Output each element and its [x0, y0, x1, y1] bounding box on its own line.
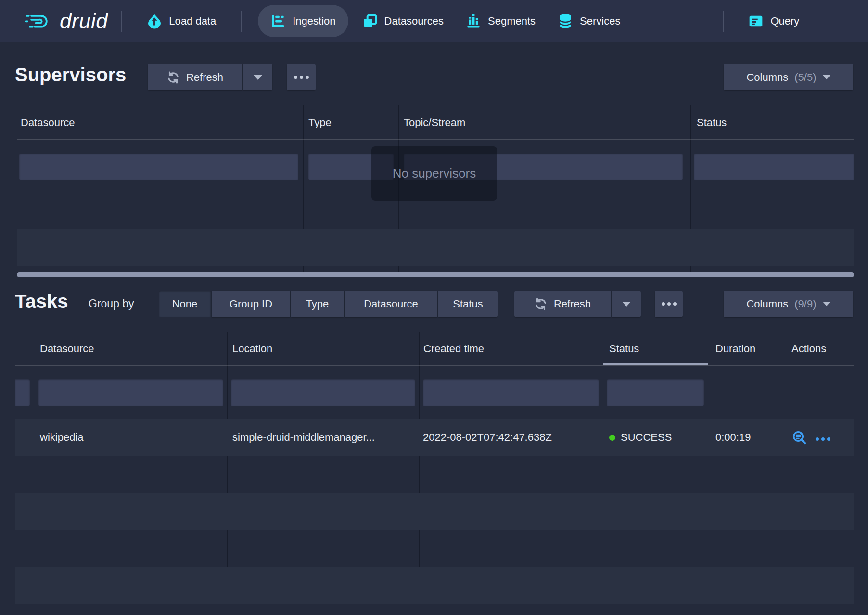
- nav-datasources[interactable]: Datasources: [351, 0, 455, 42]
- navbar-divider: [723, 11, 724, 32]
- group-by-datasource-button[interactable]: Datasource: [345, 291, 437, 317]
- cut-column-filter-input[interactable]: [15, 379, 30, 406]
- task-more-actions-icon[interactable]: [816, 431, 833, 444]
- col-header-datasource[interactable]: Datasource: [21, 105, 75, 140]
- nav-query[interactable]: Query: [737, 0, 810, 42]
- group-by-group-id-button[interactable]: Group ID: [212, 291, 290, 317]
- datasource-filter-input[interactable]: [38, 379, 223, 406]
- group-option-label: Status: [453, 298, 483, 310]
- empty-row: [15, 456, 854, 493]
- nav-ingestion-active[interactable]: Ingestion: [258, 5, 348, 37]
- col-header-topic-stream[interactable]: Topic/Stream: [404, 105, 465, 140]
- location-filter-input[interactable]: [231, 379, 415, 406]
- chevron-down-icon: [254, 75, 262, 80]
- supervisors-columns-button[interactable]: Columns (5/5): [724, 64, 853, 90]
- view-details-magnifier-icon[interactable]: [791, 430, 807, 445]
- tasks-filter-row: [15, 366, 854, 419]
- tasks-more-button[interactable]: [655, 291, 683, 317]
- nav-query-label: Query: [770, 15, 799, 27]
- navbar-divider: [241, 11, 242, 32]
- navbar-divider: [121, 11, 122, 32]
- group-option-label: Datasource: [364, 298, 418, 310]
- task-created-time-cell: 2022-08-02T07:42:47.638Z: [423, 419, 552, 456]
- empty-row: [17, 229, 854, 266]
- columns-count: (5/5): [794, 71, 816, 84]
- refresh-label: Refresh: [186, 71, 223, 84]
- task-row-wikipedia[interactable]: wikipedia simple-druid-middlemanager... …: [15, 419, 854, 456]
- status-sort-indicator: [603, 363, 708, 365]
- tasks-columns-button[interactable]: Columns (9/9): [724, 291, 853, 317]
- task-actions-cell: [791, 419, 833, 456]
- nav-segments[interactable]: Segments: [455, 0, 547, 42]
- status-filter-input[interactable]: [694, 154, 854, 180]
- tasks-header-row: Datasource Location Created time Status …: [15, 332, 854, 366]
- nav-segments-label: Segments: [488, 15, 536, 27]
- tasks-title: Tasks: [15, 291, 68, 312]
- supervisors-more-button[interactable]: [287, 64, 316, 90]
- columns-count: (9/9): [794, 298, 816, 310]
- more-icon: [294, 76, 309, 79]
- group-option-label: Type: [306, 298, 329, 310]
- supervisors-refresh-button[interactable]: Refresh: [148, 64, 242, 90]
- created-time-filter-input[interactable]: [423, 379, 599, 406]
- druid-logo[interactable]: druid: [23, 8, 108, 35]
- supervisors-table: Datasource Type Topic/Stream Status No s…: [17, 105, 854, 277]
- group-option-label: None: [172, 298, 198, 310]
- brand-name: druid: [60, 9, 108, 33]
- supervisors-horizontal-scrollbar[interactable]: [17, 272, 854, 277]
- task-duration-cell: 0:00:19: [715, 419, 751, 456]
- group-by-label: Group by: [89, 297, 134, 310]
- col-header-status[interactable]: Status: [697, 105, 727, 140]
- chevron-down-icon: [823, 302, 830, 306]
- supervisors-title: Supervisors: [15, 64, 126, 86]
- col-header-type[interactable]: Type: [308, 105, 332, 140]
- nav-ingestion-label: Ingestion: [293, 15, 335, 27]
- group-option-label: Group ID: [230, 298, 272, 310]
- group-by-none-button[interactable]: None: [159, 291, 211, 317]
- task-status-cell: SUCCESS: [609, 419, 672, 456]
- supervisors-refresh-dropdown[interactable]: [243, 64, 272, 90]
- refresh-label: Refresh: [554, 298, 591, 310]
- refresh-icon: [166, 71, 180, 84]
- success-status-dot-icon: [609, 435, 615, 441]
- col-header-location[interactable]: Location: [232, 332, 272, 366]
- no-supervisors-message: No supervisors: [393, 166, 476, 181]
- supervisors-header-row: Datasource Type Topic/Stream Status: [17, 105, 854, 140]
- load-data-icon: [147, 13, 162, 29]
- group-by-type-button[interactable]: Type: [291, 291, 344, 317]
- tasks-table: Datasource Location Created time Status …: [15, 332, 854, 604]
- col-header-duration[interactable]: Duration: [715, 332, 755, 366]
- task-location-cell: simple-druid-middlemanager...: [232, 419, 375, 456]
- columns-label: Columns: [746, 71, 788, 84]
- nav-datasources-label: Datasources: [384, 15, 444, 27]
- status-filter-input[interactable]: [607, 379, 704, 406]
- query-icon: [748, 13, 764, 29]
- tasks-refresh-dropdown[interactable]: [612, 291, 641, 317]
- nav-load-data-label: Load data: [169, 15, 216, 27]
- services-icon: [558, 13, 573, 29]
- columns-label: Columns: [746, 298, 788, 310]
- druid-logo-icon: [23, 8, 54, 35]
- task-datasource-cell: wikipedia: [40, 419, 84, 456]
- nav-load-data[interactable]: Load data: [136, 0, 227, 42]
- nav-services[interactable]: Services: [547, 0, 631, 42]
- datasources-icon: [362, 13, 378, 29]
- col-header-datasource[interactable]: Datasource: [40, 332, 94, 366]
- col-header-actions[interactable]: Actions: [791, 332, 826, 366]
- nav-services-label: Services: [580, 15, 620, 27]
- empty-row: [15, 493, 854, 530]
- col-header-created-time[interactable]: Created time: [423, 332, 484, 366]
- group-by-status-button[interactable]: Status: [438, 291, 498, 317]
- tasks-refresh-button[interactable]: Refresh: [514, 291, 611, 317]
- col-header-status-sorted[interactable]: Status: [609, 332, 639, 366]
- empty-row: [17, 266, 854, 272]
- more-icon: [662, 302, 677, 306]
- segments-icon: [466, 13, 481, 29]
- empty-row: [15, 567, 854, 604]
- chevron-down-icon: [622, 302, 631, 307]
- chevron-down-icon: [823, 75, 830, 79]
- datasource-filter-input[interactable]: [19, 154, 298, 180]
- no-supervisors-overlay: No supervisors: [371, 146, 497, 201]
- ingestion-icon: [270, 13, 286, 29]
- refresh-icon: [534, 297, 548, 311]
